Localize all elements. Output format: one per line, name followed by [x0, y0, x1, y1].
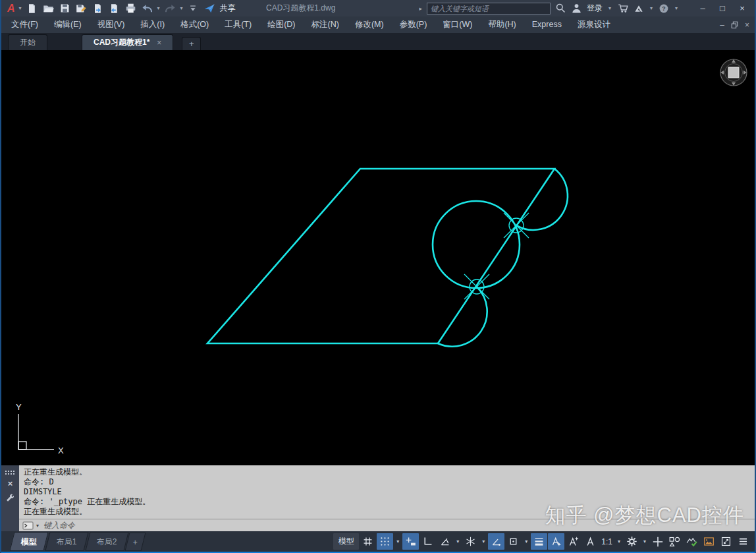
- search-input[interactable]: [427, 3, 551, 15]
- menu-item-11[interactable]: 帮助(H): [480, 16, 524, 33]
- application-window: A ▾ ▾▾共享 CAD习题教程1.dwg ▸ 登录 ▾ ▾ ? ▾ – □ ×…: [0, 0, 756, 553]
- menu-item-13[interactable]: 源泉设计: [570, 16, 618, 33]
- annotation-scale-value[interactable]: 1:1: [599, 537, 614, 546]
- dynamic-input-icon[interactable]: [402, 533, 419, 550]
- snap-mode-dropdown-icon[interactable]: ▾: [394, 533, 402, 550]
- menu-item-7[interactable]: 标注(N): [304, 16, 347, 33]
- clean-screen-icon[interactable]: [718, 533, 734, 550]
- tab-close-icon[interactable]: ×: [157, 38, 161, 47]
- plot-icon[interactable]: [123, 1, 138, 15]
- redo-icon[interactable]: [163, 1, 178, 15]
- help-dropdown-icon[interactable]: ▾: [674, 5, 679, 11]
- polar-tracking-icon[interactable]: [437, 533, 453, 550]
- palette-close-icon[interactable]: ×: [8, 480, 13, 487]
- close-button[interactable]: ×: [732, 3, 752, 13]
- menu-item-9[interactable]: 参数(P): [392, 16, 435, 33]
- help-icon[interactable]: ?: [659, 3, 669, 14]
- save-as-icon[interactable]: [74, 1, 89, 15]
- view-cube-face[interactable]: [728, 67, 739, 78]
- annotation-monitor-icon[interactable]: [649, 533, 666, 550]
- file-tab-bar: 开始 CAD习题教程1* × +: [1, 33, 755, 50]
- ucs-y-label: Y: [16, 402, 22, 412]
- document-title: CAD习题教程1.dwg: [266, 0, 335, 16]
- doc-close-button[interactable]: ×: [745, 20, 749, 30]
- object-snap-dropdown-icon[interactable]: ▾: [522, 533, 530, 550]
- annotation-scale-dropdown-icon[interactable]: ▾: [615, 533, 623, 550]
- grid-display-icon[interactable]: [360, 533, 376, 550]
- new-layout-button[interactable]: +: [125, 533, 146, 551]
- workspace-switching-icon[interactable]: [624, 533, 640, 550]
- ortho-mode-icon[interactable]: [419, 533, 436, 550]
- menu-item-1[interactable]: 编辑(E): [46, 16, 90, 33]
- share-label[interactable]: 共享: [220, 3, 236, 14]
- graphics-performance-icon[interactable]: [684, 533, 700, 550]
- drawing-canvas[interactable]: Y X: [1, 50, 755, 465]
- open-file-icon[interactable]: [41, 1, 56, 15]
- workspace-switching-dropdown-icon[interactable]: ▾: [641, 533, 649, 550]
- layout-tab-布局1[interactable]: 布局1: [45, 532, 88, 551]
- undo-dropdown-icon[interactable]: ▾: [156, 5, 161, 11]
- object-snap-icon[interactable]: [505, 533, 522, 550]
- menu-item-10[interactable]: 窗口(W): [435, 16, 480, 33]
- layout-tab-模型[interactable]: 模型: [9, 532, 48, 551]
- autoscale-icon[interactable]: [565, 533, 581, 550]
- share-icon[interactable]: [202, 1, 217, 15]
- signin-label[interactable]: 登录: [587, 3, 603, 14]
- parallelogram-outline: [207, 169, 554, 343]
- search-expand-icon[interactable]: ▸: [419, 5, 422, 12]
- minimize-button[interactable]: –: [693, 3, 713, 13]
- autodesk-dropdown-icon[interactable]: ▾: [649, 5, 654, 11]
- polar-tracking-dropdown-icon[interactable]: ▾: [454, 533, 462, 550]
- menu-item-4[interactable]: 格式(O): [173, 16, 217, 33]
- isometric-drafting-icon[interactable]: [462, 533, 479, 550]
- layout-tab-布局2[interactable]: 布局2: [85, 532, 128, 551]
- autodesk-a-icon[interactable]: [634, 3, 644, 14]
- menu-item-2[interactable]: 视图(V): [90, 16, 133, 33]
- menu-item-8[interactable]: 修改(M): [347, 16, 392, 33]
- command-input-placeholder[interactable]: 键入命令: [43, 520, 75, 531]
- view-cube[interactable]: [718, 57, 749, 88]
- command-prompt-icon[interactable]: [22, 521, 34, 531]
- snap-mode-icon[interactable]: [377, 533, 393, 550]
- signin-avatar-icon[interactable]: [571, 3, 582, 14]
- command-input-row[interactable]: ▾ 键入命令: [19, 519, 755, 531]
- doc-minimize-button[interactable]: –: [720, 20, 724, 30]
- doc-restore-button[interactable]: [730, 20, 739, 29]
- maximize-button[interactable]: □: [713, 3, 732, 13]
- menu-item-0[interactable]: 文件(F): [3, 16, 46, 33]
- titlebar-right-cluster: ▸ 登录 ▾ ▾ ? ▾ – □ ×: [419, 0, 752, 16]
- menu-item-3[interactable]: 插入(I): [132, 16, 173, 33]
- annotation-scale-icon[interactable]: [582, 533, 599, 550]
- hardware-acceleration-icon[interactable]: [701, 533, 717, 550]
- isometric-drafting-dropdown-icon[interactable]: ▾: [479, 533, 487, 550]
- menu-item-5[interactable]: 工具(T): [217, 16, 259, 33]
- customization-icon[interactable]: [735, 533, 751, 550]
- palette-wrench-icon[interactable]: [5, 493, 15, 503]
- autocad-logo-icon[interactable]: A: [5, 3, 16, 15]
- new-file-icon[interactable]: [24, 1, 40, 15]
- qat-customize-icon[interactable]: [186, 1, 201, 15]
- open-from-web-mobile-icon[interactable]: [90, 1, 105, 15]
- undo-icon[interactable]: [140, 1, 155, 15]
- palette-grip-handle[interactable]: [5, 470, 16, 475]
- save-icon[interactable]: [57, 1, 72, 15]
- redo-dropdown-icon[interactable]: ▾: [179, 5, 184, 11]
- tab-start[interactable]: 开始: [8, 34, 47, 50]
- save-to-web-mobile-icon[interactable]: [107, 1, 122, 15]
- isolate-objects-icon[interactable]: [666, 533, 683, 550]
- app-menu-dropdown-icon[interactable]: ▾: [18, 5, 23, 11]
- signin-dropdown-icon[interactable]: ▾: [607, 5, 612, 11]
- search-icon[interactable]: [555, 3, 566, 14]
- tab-active-drawing[interactable]: CAD习题教程1* ×: [82, 34, 173, 50]
- command-history-line: 正在重生成模型。: [24, 467, 750, 477]
- object-snap-tracking-icon[interactable]: [488, 533, 504, 550]
- tangent-circle: [433, 201, 520, 288]
- app-store-cart-icon[interactable]: [617, 3, 629, 14]
- menu-item-6[interactable]: 绘图(D): [259, 16, 303, 33]
- lineweight-icon[interactable]: [531, 533, 547, 550]
- new-tab-button[interactable]: +: [182, 37, 201, 50]
- recent-commands-dropdown-icon[interactable]: ▾: [36, 523, 39, 529]
- annotation-visibility-icon[interactable]: [548, 533, 564, 550]
- menu-item-12[interactable]: Express: [524, 16, 570, 33]
- model-space-toggle-button[interactable]: 模型: [333, 533, 359, 550]
